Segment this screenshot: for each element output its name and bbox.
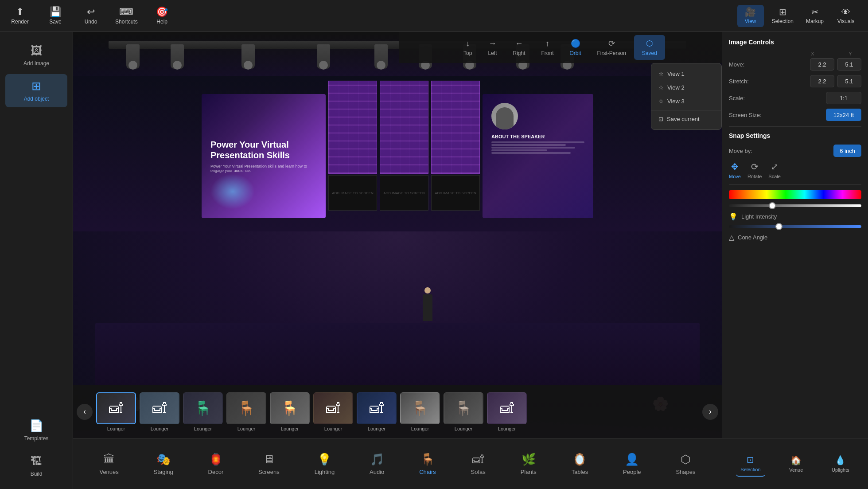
- left-sidebar: 🖼 Add Image ⊞ Add object 📄 Templates 🏗 B…: [0, 32, 73, 489]
- saved-dropdown: ☆ View 1 ☆ View 2 ☆ View 3 ⊡ Save curren…: [651, 63, 722, 130]
- render-icon: ⬆: [16, 7, 24, 17]
- saved-view-button[interactable]: ⬡ Saved: [634, 35, 665, 60]
- venue-tab[interactable]: 🏠 Venue: [785, 451, 807, 476]
- shortcuts-button[interactable]: ⌨ Shortcuts: [115, 7, 138, 25]
- move-y-input[interactable]: [837, 58, 861, 70]
- first-person-view-button[interactable]: ⟳ First-Person: [589, 35, 634, 60]
- saved-view-icon: ⬡: [646, 39, 653, 48]
- thumbnail-1[interactable]: 🛋 Lounger: [96, 392, 136, 431]
- staging-tab[interactable]: 🎭 Staging: [147, 449, 180, 479]
- color-gradient[interactable]: [729, 190, 861, 199]
- stretch-y-input[interactable]: [837, 75, 861, 87]
- thumb-img-5: 🪑: [270, 392, 310, 424]
- screens-icon: 🖥: [263, 453, 275, 466]
- center-led-col3: ADD IMAGE TO SCREEN: [431, 81, 480, 211]
- thumbnail-3[interactable]: 🪑 Lounger: [183, 392, 223, 431]
- screen-size-button[interactable]: 12x24 ft: [826, 109, 861, 121]
- thumbnail-4[interactable]: 🪑 Lounger: [226, 392, 266, 431]
- save-button[interactable]: 💾 Save: [44, 7, 66, 25]
- sofas-tab[interactable]: 🛋 Sofas: [464, 449, 492, 479]
- build-button[interactable]: 🏗 Build: [5, 449, 67, 482]
- front-view-icon: ↑: [545, 39, 549, 48]
- move-transform-btn[interactable]: ✥ Move: [729, 161, 741, 179]
- speaker-photo: [491, 103, 518, 129]
- chairs-tab[interactable]: 🪑 Chairs: [413, 449, 443, 479]
- image-controls-title: Image Controls: [729, 39, 861, 46]
- thumbnail-8[interactable]: 🪑 Lounger: [400, 392, 440, 431]
- dropdown-divider: [651, 110, 721, 110]
- thumbnail-10[interactable]: 🛋 Lounger: [487, 392, 527, 431]
- selection-button[interactable]: ⊞ Selection: [768, 5, 797, 27]
- add-image-button[interactable]: 🖼 Add Image: [5, 39, 67, 72]
- plants-tab[interactable]: 🌿 Plants: [514, 449, 543, 479]
- stage-scene: Power Your Virtual Presentation Skills P…: [73, 32, 722, 438]
- transform-controls: ✥ Move ⟳ Rotate ⤢ Scale: [729, 161, 861, 179]
- move-x-input[interactable]: [810, 58, 834, 70]
- left-view-button[interactable]: → Left: [480, 35, 505, 60]
- right-view-button[interactable]: ← Right: [505, 35, 533, 60]
- right-screen: ABOUT THE SPEAKER: [483, 94, 593, 218]
- center-led-col2: ADD IMAGE TO SCREEN: [380, 81, 428, 211]
- audio-icon: 🎵: [370, 453, 384, 466]
- stretch-x-input[interactable]: [810, 75, 834, 87]
- tables-tab[interactable]: 🪞 Tables: [565, 449, 595, 479]
- stage-light-4: [317, 44, 330, 69]
- plants-icon: 🌿: [522, 453, 536, 466]
- visuals-button[interactable]: 👁 Visuals: [833, 5, 859, 27]
- selection-tab[interactable]: ⊡ Selection: [736, 451, 765, 477]
- undo-button[interactable]: ↩ Undo: [80, 7, 102, 25]
- scale-transform-btn[interactable]: ⤢ Scale: [768, 161, 781, 179]
- main-canvas[interactable]: Power Your Virtual Presentation Skills P…: [73, 32, 722, 438]
- save-icon: 💾: [50, 7, 62, 17]
- led-panel-1b: ADD IMAGE TO SCREEN: [328, 175, 377, 211]
- shapes-tab[interactable]: ⬡ Shapes: [669, 449, 702, 479]
- scale-input[interactable]: [826, 92, 861, 104]
- people-tab[interactable]: 👤 People: [616, 449, 647, 479]
- thumb-img-1: 🛋: [96, 392, 136, 424]
- thumbnail-2[interactable]: 🛋 Lounger: [140, 392, 179, 431]
- move-by-button[interactable]: 6 inch: [833, 145, 861, 157]
- prev-thumbnail-button[interactable]: ‹: [77, 404, 93, 420]
- thumbnail-9[interactable]: 🪑 Lounger: [444, 392, 483, 431]
- scale-inputs: [826, 92, 861, 104]
- screens-tab[interactable]: 🖥 Screens: [252, 449, 286, 479]
- led-panel-3b: ADD IMAGE TO SCREEN: [431, 175, 480, 211]
- screen-size-control: Screen Size: 12x24 ft: [729, 109, 861, 121]
- stage-light-3: [241, 44, 255, 69]
- help-button[interactable]: 🎯 Help: [151, 7, 173, 25]
- category-tabs: 🏛 Venues 🎭 Staging 🏮 Decor 🖥 Screens 💡 L…: [73, 438, 722, 489]
- view2-item[interactable]: ☆ View 2: [651, 81, 721, 94]
- move-icon: ✥: [731, 161, 739, 172]
- add-object-button[interactable]: ⊞ Add object: [5, 74, 67, 107]
- front-view-button[interactable]: ↑ Front: [533, 35, 561, 60]
- color-slider-1[interactable]: [729, 204, 861, 207]
- templates-button[interactable]: 📄 Templates: [5, 414, 67, 447]
- view3-item[interactable]: ☆ View 3: [651, 94, 721, 108]
- light-bulb-icon: 💡: [729, 212, 738, 221]
- orbit-view-button[interactable]: 🔵 Orbit: [562, 35, 589, 60]
- thumbnail-6[interactable]: 🛋 Lounger: [313, 392, 353, 431]
- thumbnail-strip: ‹ 🛋 Lounger 🛋 Lounger 🪑 Lounger 🪑 Lounge…: [73, 385, 722, 438]
- move-control: Move:: [729, 58, 861, 70]
- top-view-button[interactable]: ↓ Top: [455, 35, 480, 60]
- right-top-toolbar: 🎥 View ⊞ Selection ✂ Markup 👁 Visuals: [558, 0, 868, 32]
- venues-tab[interactable]: 🏛 Venues: [93, 449, 125, 479]
- next-thumbnail-button[interactable]: ›: [702, 404, 718, 420]
- light-intensity-slider[interactable]: [729, 225, 861, 228]
- view1-item[interactable]: ☆ View 1: [651, 67, 721, 81]
- thumb-img-2: 🛋: [140, 392, 179, 424]
- move-inputs: [810, 58, 861, 70]
- lighting-tab[interactable]: 💡 Lighting: [308, 449, 342, 479]
- led-panel-2b: ADD IMAGE TO SCREEN: [380, 175, 428, 211]
- render-button[interactable]: ⬆ Render: [9, 7, 31, 25]
- decor-tab[interactable]: 🏮 Decor: [202, 449, 230, 479]
- uplights-tab[interactable]: 💧 Uplights: [827, 451, 854, 476]
- thumb-img-9: 🪑: [444, 392, 483, 424]
- save-current-item[interactable]: ⊡ Save current: [651, 112, 721, 126]
- view-button[interactable]: 🎥 View: [737, 5, 764, 27]
- audio-tab[interactable]: 🎵 Audio: [363, 449, 391, 479]
- markup-button[interactable]: ✂ Markup: [802, 5, 828, 27]
- thumbnail-5[interactable]: 🪑 Lounger: [270, 392, 310, 431]
- rotate-transform-btn[interactable]: ⟳ Rotate: [747, 161, 762, 179]
- thumbnail-7[interactable]: 🛋 Lounger: [357, 392, 397, 431]
